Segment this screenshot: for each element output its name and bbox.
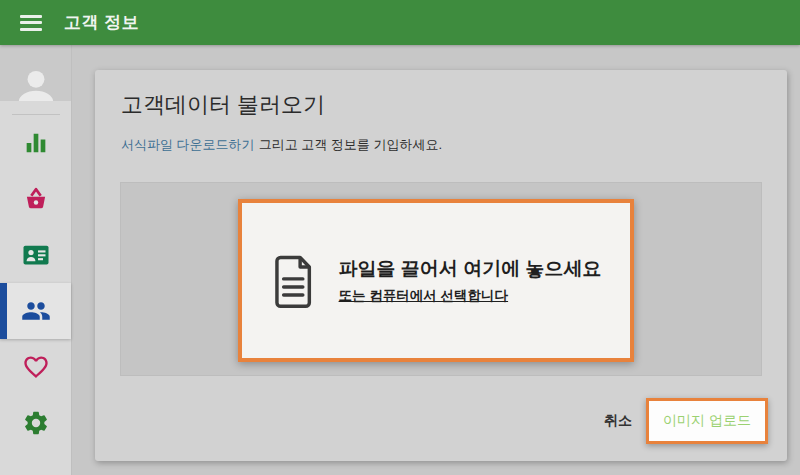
image-upload-button[interactable]: 이미지 업로드 [649,401,765,441]
instructions-rest: 그리고 고객 정보를 기입하세요. [259,137,442,152]
menu-bar [20,21,42,24]
sidebar [0,45,72,475]
drop-instruction-text: 파일을 끌어서 여기에 놓으세요 [339,256,602,282]
sidebar-item-contact-card[interactable] [0,227,71,283]
heart-icon [22,353,50,381]
actions-row: 취소 이미지 업로드 [598,398,768,444]
basket-icon [22,185,50,213]
sidebar-item-basket[interactable] [0,171,71,227]
dropzone-texts: 파일을 끌어서 여기에 놓으세요 또는 컴퓨터에서 선택합니다 [339,256,602,305]
instructions-text: 서식파일 다운로드하기그리고 고객 정보를 기입하세요. [121,136,442,154]
document-icon [271,252,317,310]
person-silhouette-icon [13,64,59,101]
file-select-link[interactable]: 또는 컴퓨터에서 선택합니다 [339,287,509,305]
gear-icon [22,409,50,437]
file-dropzone[interactable]: 파일을 끌어서 여기에 놓으세요 또는 컴퓨터에서 선택합니다 [120,182,762,376]
page-title: 고객 정보 [64,11,139,34]
contact-card-icon [21,240,51,270]
bar-chart-icon [22,129,50,157]
sidebar-item-customers[interactable] [0,283,71,339]
screen: 고객 정보 [0,0,800,475]
drop-target-highlight[interactable]: 파일을 끌어서 여기에 놓으세요 또는 컴퓨터에서 선택합니다 [238,199,634,362]
menu-bar [20,28,42,31]
app-header: 고객 정보 [0,0,800,45]
sidebar-item-settings[interactable] [0,395,71,451]
cancel-button[interactable]: 취소 [598,404,638,438]
upload-button-highlight: 이미지 업로드 [646,398,768,444]
sidebar-item-favorites[interactable] [0,339,71,395]
import-customer-data-card: 고객데이터 불러오기 서식파일 다운로드하기그리고 고객 정보를 기입하세요. … [95,70,787,461]
template-download-link[interactable]: 서식파일 다운로드하기 [121,137,255,152]
people-icon [21,296,51,326]
card-title: 고객데이터 불러오기 [121,90,325,120]
avatar[interactable] [0,45,71,101]
menu-bar [20,15,42,18]
sidebar-item-bar-chart[interactable] [0,115,71,171]
menu-icon[interactable] [20,15,42,31]
